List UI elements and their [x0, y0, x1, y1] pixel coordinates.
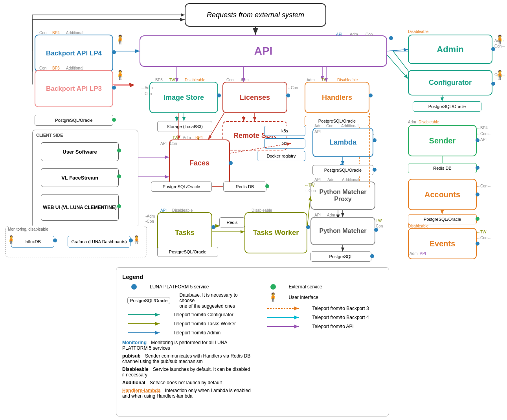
python-matcher-label: Python Matcher [319, 227, 366, 235]
faces-postgresql-label: PostgreSQL/Oracle [163, 184, 200, 189]
sender-adm-label: Adm [408, 120, 416, 124]
pm-postgresql-label: PostgreSQL [329, 254, 353, 259]
faces-postgresql-box: PostgreSQL/Oracle [151, 182, 212, 192]
tasks-worker-disableable-label: Disableable [252, 208, 272, 213]
handlers-postgresql-label: PostgreSQL/Oracle [318, 119, 356, 123]
lp3-postgresql-label: PostgreSQL/Oracle [55, 118, 92, 123]
sender-redis-label: Redis DB [433, 166, 451, 171]
accounts-postgresql-box: PostgreSQL/Oracle [408, 214, 477, 224]
legend-luna-service-text: LUNA PLATFORM 5 service [150, 284, 209, 290]
backport-lp3-box: Backport API LP3 [35, 70, 113, 107]
configurator-label: Configurator [429, 79, 472, 87]
legend-arrow-configurator-text: Teleport from/to Configurator [173, 312, 233, 317]
legend-arrow-bp4-text: Teleport from/to Backport 4 [312, 315, 369, 320]
events-api-label: API [420, 251, 426, 256]
legend-monitoring-label: Monitoring [122, 340, 147, 345]
backport-lp3-dot [112, 86, 116, 90]
pmp-tw-label: ←TW [305, 183, 315, 187]
api-top-label-api: API [336, 32, 342, 37]
tasks-worker-dot [306, 225, 310, 229]
events-disableable-label: Disableable [408, 224, 428, 228]
pm-postgresql-dot [370, 254, 374, 258]
faces-redis-box: Redis DB [223, 182, 266, 192]
legend-arrow-configurator: Teleport from/to Configurator [122, 312, 252, 318]
tasks-disableable-label: Disableable [172, 208, 193, 213]
sender-con-label: ←Con← [476, 132, 491, 136]
api-top-label-con: Con [366, 32, 373, 37]
licenses-con2-label: ←Con [287, 86, 298, 90]
legend-arrow-api: Teleport from/to API [261, 323, 383, 330]
lambda-dot [373, 138, 377, 142]
admin-con-label: Con← [494, 44, 505, 48]
legend-arrow-bp4: Teleport from/to Backport 4 [261, 314, 383, 321]
user-software-box: User Software [41, 142, 119, 161]
legend-user-interface-text: User Interface [289, 295, 318, 300]
accounts-postgresql-dot [476, 217, 479, 221]
pmp-adm-label: Adm [327, 178, 336, 182]
faces-redis-label: Redis DB [236, 184, 254, 189]
storage-box: Storage (Local/S3) [157, 121, 212, 132]
events-dot [476, 242, 479, 246]
monitoring-label: Monitoring, disableable [8, 227, 48, 231]
pmp-api-label: API [314, 178, 321, 182]
backport-lp4-dot [112, 50, 116, 54]
configurator-box: Configurator [408, 70, 492, 95]
legend-arrow-tasks: Teleport from/to Tasks Worker [122, 321, 252, 327]
backport-lp4-label: Backport API LP4 [46, 50, 102, 57]
licenses-adm-label: Adm [241, 78, 249, 82]
svg-line-61 [307, 196, 310, 226]
faces-bp4-label: BP4 [195, 136, 203, 140]
lp4-additional-label: Additional [66, 31, 83, 35]
tasks-postgresql-label: PostgreSQL/Oracle [169, 249, 206, 254]
admin-label: Admin [437, 44, 463, 55]
sender-api-label: ←API [476, 138, 487, 142]
web-ui-label: WEB UI (VL LUNA CLEMENTINE) [43, 205, 116, 210]
faces-box: Faces [169, 139, 230, 187]
accounts-dot [476, 193, 479, 196]
configurator-postgresql-box: PostgreSQL/Oracle [413, 101, 481, 112]
pm-adm-label: Adm [327, 213, 335, 217]
handlers-adm-label: Adm [307, 78, 315, 82]
accounts-postgresql-label: PostgreSQL/Oracle [424, 217, 461, 222]
handlers-disableable-label: Disableable [337, 78, 358, 82]
faces-con-label: Con [170, 141, 177, 146]
docker-registry-box: Docker registry [257, 151, 305, 161]
tasks-postgresql-box: PostgreSQL/Oracle [157, 247, 218, 257]
pm-api-label: API [314, 213, 321, 217]
grafana-label: Grafana (LUNA Dashboards) [71, 239, 127, 244]
image-store-dot [217, 94, 221, 97]
tasks-worker-label: Tasks Worker [253, 229, 299, 237]
legend-user-interface: 🧍 User Interface [261, 292, 383, 303]
api-dot [389, 36, 393, 40]
python-matcher-box: Python Matcher [310, 217, 375, 245]
legend-db: PostgreSQL/Oracle Database. It is necess… [122, 292, 252, 309]
s3-label: S3 [282, 141, 287, 146]
legend-arrow-tasks-text: Teleport from/to Tasks Worker [173, 321, 236, 326]
accounts-con-label: ←Con← [476, 184, 491, 188]
legend-disableable-label: Disableable [122, 367, 149, 372]
s3-box: S3 [264, 138, 305, 149]
legend-external-service-text: External service [289, 284, 322, 290]
lp3-additional-label: Additional [66, 66, 83, 70]
configurator-postgresql-label: PostgreSQL/Oracle [428, 104, 466, 109]
python-matcher-dot [374, 228, 378, 232]
tasks-dot [211, 225, 215, 229]
lambda-postgresql-box: PostgreSQL/Oracle [312, 165, 373, 175]
events-label: Events [430, 239, 456, 248]
web-ui-dot [117, 204, 121, 208]
handlers-dot [369, 94, 373, 97]
imagestore-bp3-label: BP3 [155, 78, 163, 82]
legend-luna-service: LUNA PLATFORM 5 service [122, 284, 252, 290]
api-box: API [140, 35, 387, 67]
lp3-postgresql-box: PostgreSQL/Oracle [35, 115, 113, 126]
faces-label: Faces [189, 159, 209, 167]
admin-box: Admin [408, 35, 492, 64]
legend-handlers-lambda-row: Handlers-lambda Interaction only when La… [122, 388, 252, 399]
events-con-label: ←Con← [476, 236, 491, 240]
licenses-label: Licenses [240, 94, 270, 102]
faces-redis-dot [265, 184, 269, 188]
imagestore-adm-label: ←Adm [141, 86, 153, 90]
licenses-dot [286, 94, 290, 97]
events-box: Events [408, 228, 477, 259]
user-software-dot [117, 149, 121, 152]
